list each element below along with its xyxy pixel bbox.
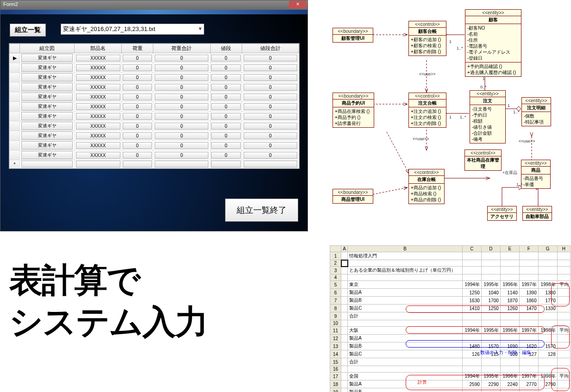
sheet-cell[interactable] [557, 312, 570, 320]
sheet-cell[interactable]: 製品B [348, 342, 463, 350]
sheet-cell[interactable] [462, 388, 481, 392]
sheet-cell[interactable] [557, 305, 570, 312]
grid-column-header[interactable]: 部品名 [75, 44, 122, 53]
sheet-cell[interactable]: 1570 [481, 342, 500, 350]
sheet-row-header[interactable]: 11 [330, 327, 341, 335]
grid-cell[interactable]: XXXXX [75, 121, 122, 131]
sheet-cell[interactable] [481, 335, 500, 342]
grid-cell[interactable]: 0 [122, 131, 153, 141]
sheet-cell[interactable]: 1470 [519, 305, 538, 312]
sheet-cell[interactable] [519, 252, 538, 260]
sheet-col-header[interactable]: G [538, 246, 557, 252]
sheet-cell[interactable]: 1330 [538, 305, 557, 312]
sheet-row-header[interactable]: 8 [330, 305, 341, 312]
sheet-cell[interactable]: 合計 [348, 358, 463, 366]
sheet-cell[interactable]: とある企業の製品別＆地域別売り上げ（単位万円） [348, 267, 463, 274]
sheet-cell[interactable] [341, 297, 348, 305]
grid-cell[interactable]: XXXXX [75, 150, 122, 160]
sheet-cell[interactable]: 128 [538, 350, 557, 358]
sheet-cell[interactable] [557, 289, 570, 297]
sheet-cell[interactable]: 1690 [500, 342, 519, 350]
sheet-cell[interactable] [500, 388, 519, 392]
spreadsheet[interactable]: ABCDEFGH 1情報処理入門23とある企業の製品別＆地域別売り上げ（単位万円… [330, 245, 571, 392]
grid-cell[interactable]: 0 [210, 63, 242, 73]
grid-cell[interactable]: 変速ギヤ [20, 73, 75, 82]
grid-cell[interactable]: 0 [242, 131, 299, 141]
sheet-cell[interactable] [557, 267, 570, 274]
sheet-cell[interactable] [341, 274, 348, 281]
grid-column-header[interactable]: 値段 [210, 44, 242, 53]
sheet-cell[interactable] [341, 267, 348, 274]
sheet-cell[interactable]: 製品A [348, 380, 463, 388]
sheet-cell[interactable]: 1995年 [481, 373, 500, 380]
grid-cell[interactable]: 0 [153, 112, 210, 121]
grid-cell[interactable]: 変速ギヤ [20, 82, 75, 92]
sheet-cell[interactable]: 製品B [348, 297, 463, 305]
sheet-row-header[interactable]: 18 [330, 380, 341, 388]
sheet-cell[interactable] [348, 260, 463, 267]
sheet-cell[interactable] [462, 358, 481, 366]
sheet-cell[interactable] [341, 327, 348, 335]
sheet-cell[interactable] [519, 320, 538, 327]
grid-cell[interactable]: 0 [122, 73, 153, 82]
sheet-cell[interactable] [341, 342, 348, 350]
sheet-cell[interactable] [348, 366, 463, 373]
grid-cell[interactable]: 変速ギヤ [20, 53, 75, 63]
grid-cell[interactable]: 変速ギヤ [20, 112, 75, 121]
grid-cell[interactable]: XXXXX [75, 131, 122, 141]
grid-row-header[interactable] [10, 121, 20, 131]
sheet-cell[interactable]: 1994年 [462, 373, 481, 380]
sheet-cell[interactable]: 東京 [348, 281, 463, 289]
sheet-cell[interactable] [481, 366, 500, 373]
grid-cell[interactable]: XXXXX [75, 141, 122, 150]
sheet-cell[interactable]: 1996年 [500, 373, 519, 380]
grid-cell[interactable]: 0 [153, 92, 210, 102]
sheet-row-header[interactable]: 9 [330, 312, 341, 320]
sheet-cell[interactable] [519, 260, 538, 267]
sheet-cell[interactable]: 製品B [348, 388, 463, 392]
grid-row-header[interactable] [10, 141, 20, 150]
sheet-cell[interactable]: 1997年 [519, 373, 538, 380]
sheet-cell[interactable]: 1996年 [500, 327, 519, 335]
grid-cell[interactable]: 0 [122, 102, 153, 112]
sheet-cell[interactable]: 1998年 [538, 281, 557, 289]
sheet-cell[interactable]: 1860 [519, 297, 538, 305]
grid-cell[interactable]: 0 [242, 92, 299, 102]
sheet-cell[interactable]: 平均 [557, 373, 570, 380]
sheet-cell[interactable] [557, 358, 570, 366]
sheet-cell[interactable] [519, 274, 538, 281]
sheet-cell[interactable] [538, 358, 557, 366]
sheet-cell[interactable] [538, 312, 557, 320]
sheet-row-header[interactable]: 10 [330, 320, 341, 327]
sheet-cell[interactable]: 1997年 [519, 327, 538, 335]
sheet-cell[interactable] [557, 260, 570, 267]
sheet-cell[interactable] [500, 366, 519, 373]
sheet-cell[interactable] [557, 320, 570, 327]
grid-column-header[interactable]: 値段合計 [242, 44, 299, 53]
sheet-cell[interactable]: 1260 [500, 305, 519, 312]
sheet-cell[interactable]: 1570 [538, 342, 557, 350]
sheet-cell[interactable]: 1995年 [481, 327, 500, 335]
sheet-row-header[interactable]: 19 [330, 388, 341, 392]
sheet-cell[interactable] [500, 260, 519, 267]
sheet-cell[interactable]: 2290 [481, 380, 500, 388]
sheet-row-header[interactable]: 17 [330, 373, 341, 380]
sheet-cell[interactable] [341, 350, 348, 358]
sheet-cell[interactable] [557, 252, 570, 260]
sheet-row-header[interactable]: 7 [330, 297, 341, 305]
sheet-cell[interactable] [500, 335, 519, 342]
sheet-cell[interactable] [462, 260, 481, 267]
sheet-cell[interactable]: 1250 [481, 305, 500, 312]
sheet-row-header[interactable]: 2 [330, 260, 341, 267]
sheet-cell[interactable] [500, 267, 519, 274]
grid-cell[interactable]: 0 [153, 141, 210, 150]
grid-cell[interactable]: 0 [122, 63, 153, 73]
sheet-cell[interactable] [500, 320, 519, 327]
sheet-cell[interactable] [500, 274, 519, 281]
grid-cell[interactable]: 0 [210, 131, 242, 141]
sheet-cell[interactable] [500, 312, 519, 320]
sheet-row-header[interactable]: 6 [330, 289, 341, 297]
grid-cell[interactable]: 0 [210, 150, 242, 160]
grid-cell[interactable]: XXXXX [75, 92, 122, 102]
sheet-cell[interactable] [341, 252, 348, 260]
